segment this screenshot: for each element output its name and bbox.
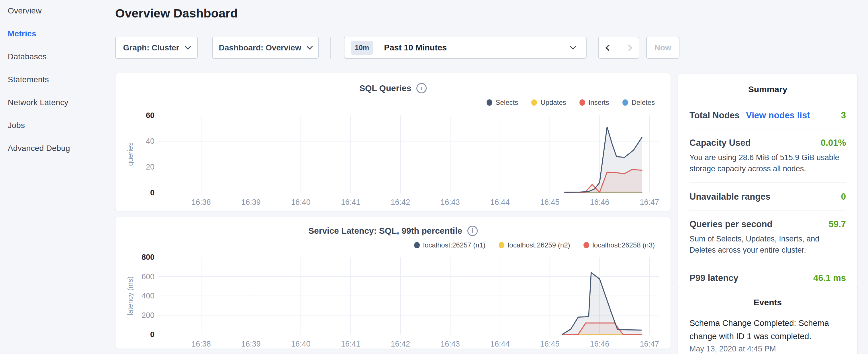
summary-row-unavailable-ranges: Unavailable ranges 0: [689, 183, 846, 211]
summary-title: Summary: [689, 74, 846, 94]
service-latency-title: Service Latency: SQL, 99th percentile: [308, 226, 462, 236]
view-nodes-list-link[interactable]: View nodes list: [746, 110, 810, 121]
sidebar-item-advanced-debug[interactable]: Advanced Debug: [8, 144, 70, 153]
time-step-buttons: [598, 37, 639, 59]
sidebar-item-jobs[interactable]: Jobs: [8, 121, 25, 130]
chevron-down-icon: [570, 43, 576, 50]
svg-text:16:43: 16:43: [440, 340, 460, 348]
svg-text:16:47: 16:47: [640, 340, 659, 348]
svg-text:16:43: 16:43: [440, 198, 460, 206]
info-icon[interactable]: i: [467, 226, 478, 236]
svg-text:16:42: 16:42: [391, 198, 410, 206]
events-panel: Events Schema Change Completed: Schema c…: [678, 287, 858, 354]
svg-text:800: 800: [142, 254, 154, 261]
svg-text:16:42: 16:42: [391, 340, 410, 348]
sidebar-item-statements[interactable]: Statements: [8, 75, 49, 84]
dashboard-dropdown[interactable]: Dashboard: Overview: [212, 37, 319, 59]
svg-text:600: 600: [142, 272, 154, 281]
legend-item-deletes: Deletes: [622, 99, 655, 106]
svg-text:queries: queries: [126, 142, 134, 166]
svg-text:16:44: 16:44: [490, 340, 510, 348]
summary-row-capacity-used: Capacity Used 0.01% You are using 28.6 M…: [689, 129, 846, 183]
svg-text:16:38: 16:38: [191, 340, 211, 348]
summary-value: 0: [841, 192, 846, 202]
legend-item-n3: localhost:26258 (n3): [584, 241, 655, 249]
legend-label: localhost:26259 (n2): [508, 241, 570, 249]
sidebar-item-metrics[interactable]: Metrics: [8, 29, 36, 38]
svg-text:16:45: 16:45: [540, 340, 560, 348]
time-prev-button[interactable]: [599, 37, 619, 58]
summary-row-qps: Queries per second 59.7 Sum of Selects, …: [689, 211, 846, 264]
summary-label: Total Nodes: [689, 110, 740, 121]
svg-text:0: 0: [150, 189, 154, 197]
graph-dropdown[interactable]: Graph: Cluster: [115, 37, 198, 59]
summary-desc: You are using 28.6 MiB of 515.9 GiB usab…: [689, 152, 846, 174]
sidebar-item-databases[interactable]: Databases: [8, 52, 47, 61]
svg-text:latency (ms): latency (ms): [126, 277, 134, 315]
sidebar-item-overview[interactable]: Overview: [8, 6, 41, 15]
summary-desc: Sum of Selects, Updates, Inserts, and De…: [689, 233, 846, 256]
sql-queries-title: SQL Queries: [359, 83, 411, 93]
chevron-down-icon: [307, 43, 313, 50]
svg-text:16:39: 16:39: [241, 340, 261, 348]
svg-text:16:41: 16:41: [341, 340, 361, 348]
chevron-left-icon: [606, 44, 612, 51]
controls-bar: Graph: Cluster Dashboard: Overview 10m P…: [115, 37, 671, 59]
time-range-badge: 10m: [351, 41, 373, 55]
event-date: May 13, 2020 at 4:45 PM: [689, 345, 846, 353]
legend-item-n2: localhost:26259 (n2): [499, 241, 570, 249]
controls-divider: [330, 37, 331, 59]
latency-chart[interactable]: 16:3816:3916:4016:4116:4216:4316:4416:45…: [123, 254, 664, 353]
legend-label: localhost:26257 (n1): [423, 241, 486, 249]
now-button[interactable]: Now: [646, 37, 679, 59]
deletes-dot: [622, 99, 628, 106]
chevron-down-icon: [185, 43, 191, 50]
page-title: Overview Dashboard: [115, 6, 238, 20]
legend-label: Inserts: [589, 99, 609, 106]
dashboard-dropdown-label: Dashboard: Overview: [219, 43, 302, 53]
time-range-picker[interactable]: 10m Past 10 Minutes: [344, 37, 587, 59]
legend-item-selects: Selects: [487, 99, 518, 106]
svg-text:16:44: 16:44: [490, 198, 510, 206]
sql-queries-legend: Selects Updates Inserts Deletes: [116, 98, 655, 107]
summary-panel: Summary Total Nodes View nodes list 3 Ca…: [678, 74, 858, 292]
svg-text:16:45: 16:45: [540, 198, 560, 206]
summary-value: 59.7: [829, 219, 846, 229]
svg-text:16:47: 16:47: [640, 198, 659, 206]
summary-label: Capacity Used: [689, 138, 751, 148]
svg-text:16:38: 16:38: [191, 198, 211, 206]
summary-row-total-nodes: Total Nodes View nodes list 3: [689, 102, 846, 129]
time-next-button[interactable]: [619, 37, 639, 58]
svg-text:16:46: 16:46: [590, 340, 610, 348]
updates-dot: [531, 99, 537, 106]
svg-text:200: 200: [142, 311, 154, 320]
summary-label: Queries per second: [689, 219, 772, 229]
node2-dot: [499, 242, 504, 248]
svg-text:16:40: 16:40: [291, 340, 311, 348]
summary-label: P99 latency: [689, 273, 739, 283]
events-title: Events: [689, 287, 846, 307]
legend-item-n1: localhost:26257 (n1): [414, 241, 486, 249]
node3-dot: [584, 242, 589, 248]
selects-dot: [487, 99, 492, 106]
svg-text:16:41: 16:41: [341, 198, 361, 206]
svg-text:16:40: 16:40: [291, 198, 311, 206]
legend-item-inserts: Inserts: [580, 99, 609, 106]
svg-text:400: 400: [142, 292, 154, 300]
summary-value: 46.1 ms: [813, 273, 846, 283]
summary-value: 3: [841, 110, 846, 121]
node1-dot: [414, 242, 420, 248]
svg-text:40: 40: [146, 137, 154, 146]
info-icon[interactable]: i: [416, 83, 427, 93]
chevron-right-icon: [626, 44, 632, 51]
svg-text:0: 0: [150, 330, 154, 339]
inserts-dot: [580, 99, 585, 106]
svg-text:16:46: 16:46: [590, 198, 610, 206]
sql-queries-card: SQL Queries i Selects Updates Inserts De…: [115, 73, 671, 211]
legend-label: localhost:26258 (n3): [593, 241, 655, 249]
event-text: Schema Change Completed: Schema change w…: [689, 317, 846, 343]
legend-label: Deletes: [631, 99, 655, 106]
sidebar-item-network-latency[interactable]: Network Latency: [8, 98, 68, 107]
sql-queries-chart[interactable]: 16:3816:3916:4016:4116:4216:4316:4416:45…: [123, 111, 664, 210]
summary-value: 0.01%: [821, 138, 846, 148]
